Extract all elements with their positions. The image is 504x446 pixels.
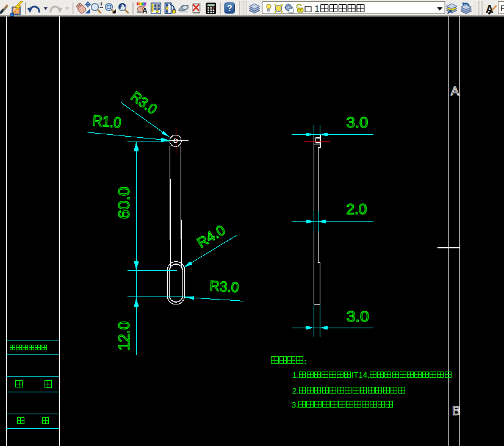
svg-text:A: A bbox=[451, 84, 459, 98]
svg-text:A: A bbox=[142, 7, 148, 15]
svg-text:?: ? bbox=[227, 3, 232, 13]
svg-text:2.0: 2.0 bbox=[346, 201, 367, 217]
svg-text:R1.0: R1.0 bbox=[92, 112, 122, 131]
svg-text:IT14,: IT14, bbox=[351, 370, 370, 379]
svg-text:R3.0: R3.0 bbox=[209, 278, 240, 295]
svg-text:3.0: 3.0 bbox=[346, 115, 368, 131]
svg-text:60.0: 60.0 bbox=[115, 187, 132, 219]
svg-text:1: 1 bbox=[315, 4, 320, 13]
svg-text:F: F bbox=[500, 4, 504, 13]
svg-text:3.0: 3.0 bbox=[347, 309, 369, 325]
svg-text:12.0: 12.0 bbox=[115, 322, 132, 351]
svg-text::: : bbox=[304, 357, 307, 366]
svg-text:2.: 2. bbox=[292, 386, 299, 395]
svg-text:1.: 1. bbox=[292, 370, 299, 379]
svg-text:3.: 3. bbox=[292, 400, 298, 409]
svg-text:B: B bbox=[452, 404, 460, 417]
